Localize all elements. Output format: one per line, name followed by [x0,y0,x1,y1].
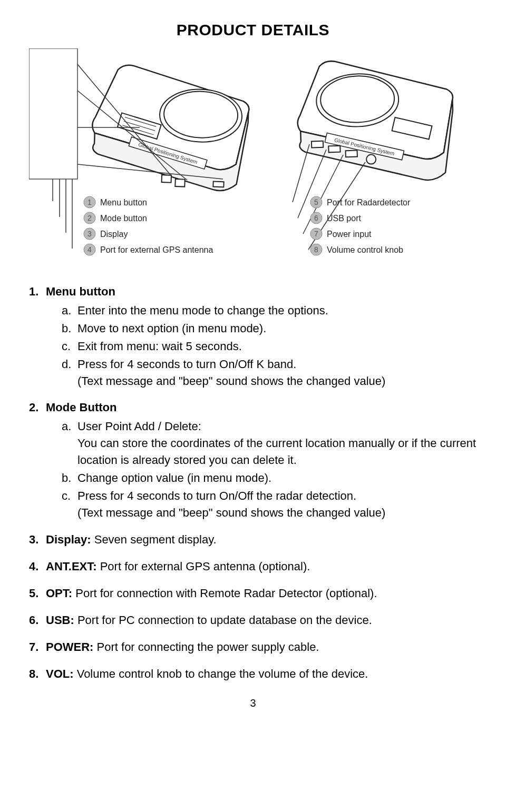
item-usb: USB: Port for PC connection to update da… [29,611,477,629]
svg-rect-9 [175,179,184,187]
sub-item: Move to next option (in menu mode). [62,320,477,337]
svg-text:3: 3 [87,230,92,238]
svg-line-29 [293,144,309,202]
item-display: Display: Seven segment display. [29,531,477,548]
svg-rect-26 [328,146,340,153]
svg-rect-10 [213,182,223,187]
svg-text:4: 4 [87,245,92,254]
sub-item: User Point Add / Delete:You can store th… [62,418,477,469]
item-ant-ext: ANT.EXT: Port for external GPS antenna (… [29,558,477,575]
svg-text:Port for Radardetector: Port for Radardetector [327,198,411,207]
svg-text:7: 7 [314,230,318,238]
svg-text:1: 1 [87,198,92,206]
svg-rect-25 [312,141,323,148]
svg-text:5: 5 [314,198,318,206]
svg-text:Menu button: Menu button [100,198,147,207]
svg-text:Mode button: Mode button [100,214,147,223]
svg-rect-11 [29,48,77,179]
item-power: POWER: Port for connecting the power sup… [29,638,477,656]
svg-text:Display: Display [100,230,128,239]
sub-item: Press for 4 seconds to turn On/Off K ban… [62,356,477,390]
svg-text:8: 8 [314,245,318,254]
svg-text:Port for external GPS antenna: Port for external GPS antenna [100,245,213,254]
svg-text:Power input: Power input [327,230,372,239]
svg-line-30 [298,150,326,218]
svg-text:Volume control knob: Volume control knob [327,245,403,254]
svg-point-28 [366,154,376,164]
svg-rect-27 [346,150,357,157]
svg-text:USB port: USB port [327,214,361,223]
item-vol: VOL: Volume control knob to change the v… [29,665,477,682]
sub-item: Enter into the menu mode to change the o… [62,302,477,319]
sub-item: Change option value (in menu mode). [62,470,477,487]
product-diagram: Global Positioning System [29,48,477,270]
item-menu-button: Menu button Enter into the menu mode to … [29,283,477,389]
sub-item: Press for 4 seconds to turn On/Off the r… [62,488,477,521]
diagram-legend-left: 1Menu button 2Mode button 3Display 4Port… [84,196,213,255]
diagram-legend-right: 5Port for Radardetector 6USB port 7Power… [310,196,411,255]
svg-text:2: 2 [87,214,92,222]
item-mode-button: Mode Button User Point Add / Delete:You … [29,399,477,521]
page-number: 3 [29,697,477,709]
sub-item: Exit from menu: wait 5 seconds. [62,338,477,355]
details-list: Menu button Enter into the menu mode to … [29,283,477,682]
page-title: PRODUCT DETAILS [29,21,477,39]
svg-rect-8 [162,175,171,183]
svg-text:6: 6 [314,214,318,222]
item-opt: OPT: Port for connection with Remote Rad… [29,585,477,602]
